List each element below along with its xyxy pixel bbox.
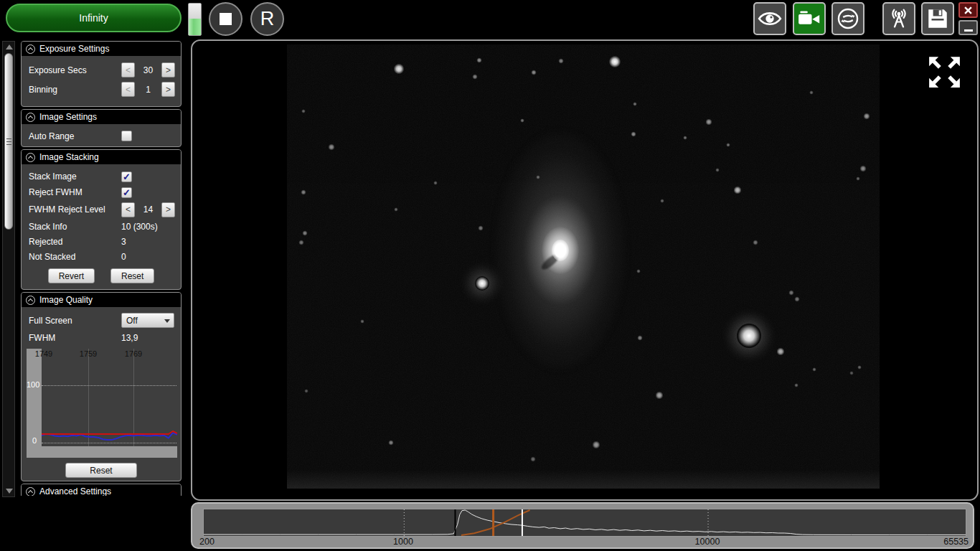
star <box>705 118 712 125</box>
section-header-advanced-settings[interactable]: Advanced Settings <box>22 484 181 496</box>
revert-button[interactable]: Revert <box>48 268 95 283</box>
loop-arrows-icon <box>836 6 860 31</box>
exposure-secs-value: 30 <box>135 65 161 75</box>
binning-value: 1 <box>135 85 161 95</box>
fwhm-reject-value: 14 <box>135 204 161 215</box>
image-viewer[interactable] <box>191 39 979 501</box>
binning-label: Binning <box>29 85 121 95</box>
fwhm-reject-decrease-button[interactable]: < <box>121 202 135 217</box>
reset-stack-label: R <box>260 8 275 30</box>
star <box>478 225 483 230</box>
rejected-label: Rejected <box>29 237 121 247</box>
star <box>794 296 799 301</box>
star <box>592 441 600 448</box>
star <box>737 324 761 348</box>
star <box>859 165 866 171</box>
stop-icon <box>220 13 232 25</box>
fullscreen-icon[interactable] <box>924 52 965 93</box>
y-tick-0: 0 <box>32 436 37 445</box>
section-header-image-stacking[interactable]: Image Stacking <box>22 150 181 164</box>
preview-mode-button[interactable] <box>753 2 786 35</box>
star <box>733 186 741 194</box>
histogram-plot[interactable] <box>203 509 966 537</box>
fwhm-reject-stepper: < 14 > <box>121 202 175 217</box>
close-button[interactable] <box>958 2 978 18</box>
star <box>530 456 535 461</box>
fwhm-reject-level-label: FWHM Reject Level <box>29 204 121 215</box>
quality-reset-button[interactable]: Reset <box>65 463 137 478</box>
star <box>608 55 621 68</box>
full-screen-label: Full Screen <box>29 316 121 326</box>
settings-sidebar: Exposure Settings Exposure Secs < 30 > B… <box>21 41 182 496</box>
reject-fwhm-label: Reject FWHM <box>29 187 121 197</box>
not-stacked-label: Not Stacked <box>29 252 121 262</box>
star <box>393 63 405 75</box>
section-title: Image Settings <box>39 112 97 122</box>
star <box>531 70 537 75</box>
stop-button[interactable] <box>209 2 242 36</box>
stacking-reset-button[interactable]: Reset <box>110 268 154 283</box>
section-header-image-quality[interactable]: Image Quality <box>22 293 181 307</box>
collapse-icon <box>26 44 35 54</box>
fwhm-trend-chart: 100 0 1749 1759 1769 <box>27 349 177 458</box>
minimize-button[interactable] <box>958 20 978 35</box>
fwhm-value: 13,9 <box>121 333 138 343</box>
advanced-settings-section: Advanced Settings <box>21 484 182 496</box>
scroll-down-icon[interactable] <box>6 489 13 494</box>
check-icon: ✓ <box>123 172 131 182</box>
video-mode-button[interactable] <box>793 2 826 35</box>
collapse-icon <box>26 296 35 305</box>
infinity-button[interactable]: Infinity <box>6 4 182 32</box>
auto-range-checkbox[interactable] <box>121 131 132 141</box>
broadcast-button[interactable] <box>882 2 915 35</box>
section-title: Advanced Settings <box>39 486 111 496</box>
section-header-exposure-settings[interactable]: Exposure Settings <box>22 42 181 56</box>
star <box>863 113 870 119</box>
exposure-secs-increase-button[interactable]: > <box>161 62 175 77</box>
stack-image-checkbox[interactable]: ✓ <box>121 171 132 182</box>
star <box>472 74 478 80</box>
histogram-tick-65535: 65535 <box>943 537 969 547</box>
binning-decrease-button[interactable]: < <box>121 82 135 97</box>
close-icon <box>964 6 972 14</box>
scroll-up-icon[interactable] <box>6 44 13 50</box>
star <box>298 240 303 245</box>
full-screen-select[interactable]: Off <box>121 313 174 328</box>
chart-y-axis-strip <box>27 349 42 446</box>
scrollbar-thumb[interactable] <box>4 53 13 230</box>
antenna-icon <box>887 6 911 31</box>
sensor-glow-band <box>287 470 880 489</box>
exposure-secs-stepper: < 30 > <box>121 62 175 77</box>
star <box>753 240 758 245</box>
histogram-tick-200: 200 <box>199 537 215 547</box>
histogram-tick-10000: 10000 <box>695 537 720 547</box>
save-button[interactable] <box>921 2 954 35</box>
y-tick-100: 100 <box>27 380 39 389</box>
chart-x-axis-strip <box>27 446 177 458</box>
histogram-tick-1000: 1000 <box>393 537 413 547</box>
progress-fill <box>189 19 201 35</box>
full-screen-value: Off <box>126 316 138 326</box>
dropdown-caret-icon <box>164 319 170 323</box>
exposure-settings-section: Exposure Settings Exposure Secs < 30 > B… <box>21 41 182 107</box>
binning-increase-button[interactable]: > <box>161 82 175 97</box>
star <box>655 391 663 399</box>
histogram-panel[interactable]: 200 1000 10000 65535 <box>191 502 974 549</box>
collapse-icon <box>26 487 35 496</box>
section-header-image-settings[interactable]: Image Settings <box>22 110 181 124</box>
section-title: Exposure Settings <box>39 44 109 54</box>
fwhm-reject-increase-button[interactable]: > <box>161 202 175 217</box>
collapse-icon <box>26 113 35 122</box>
reset-stack-button[interactable]: R <box>250 2 284 36</box>
fwhm-label: FWHM <box>29 333 121 343</box>
exposure-secs-decrease-button[interactable]: < <box>121 62 135 77</box>
reject-fwhm-checkbox[interactable]: ✓ <box>121 187 132 198</box>
loop-restack-button[interactable] <box>831 2 864 35</box>
collapse-icon <box>26 153 35 162</box>
sidebar-scrollbar[interactable] <box>2 41 15 497</box>
section-title: Image Quality <box>39 295 93 305</box>
histogram-curve <box>204 509 966 536</box>
star <box>328 143 334 150</box>
image-quality-section: Image Quality Full Screen Off FWHM 13,9 <box>21 292 182 481</box>
stack-image-label: Stack Image <box>29 171 121 182</box>
